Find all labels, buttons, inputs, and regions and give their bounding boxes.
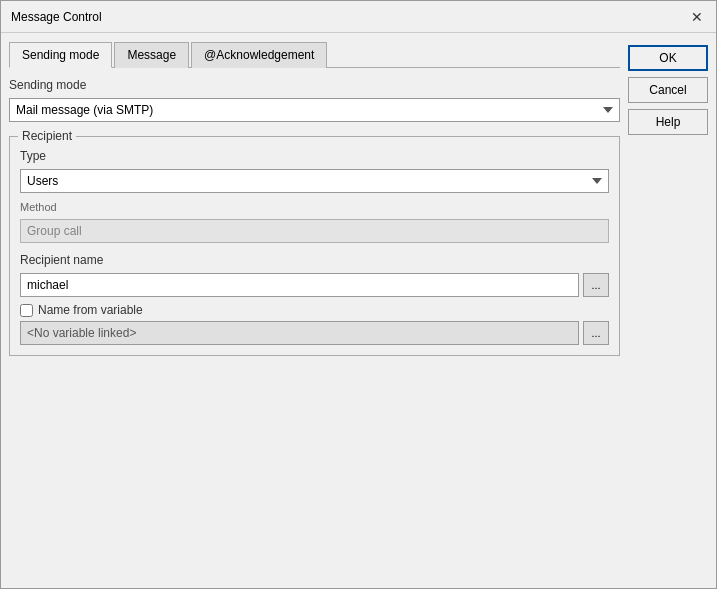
recipient-groupbox: Recipient Type Users Groups All users Me… — [9, 136, 620, 356]
type-group: Type Users Groups All users — [20, 149, 609, 193]
type-dropdown[interactable]: Users Groups All users — [20, 169, 609, 193]
cancel-button[interactable]: Cancel — [628, 77, 708, 103]
tab-message[interactable]: Message — [114, 42, 189, 68]
tab-acknowledgement[interactable]: @Acknowledgement — [191, 42, 327, 68]
close-button[interactable]: ✕ — [688, 8, 706, 26]
main-area: Sending mode Message @Acknowledgement Se… — [9, 41, 620, 580]
sending-mode-dropdown[interactable]: Mail message (via SMTP) SMS Net send — [9, 98, 620, 122]
name-from-variable-checkbox[interactable] — [20, 304, 33, 317]
method-label: Method — [20, 201, 609, 213]
sending-mode-group: Sending mode Mail message (via SMTP) SMS… — [9, 78, 620, 122]
variable-row: ... — [20, 321, 609, 345]
dialog-body: Sending mode Message @Acknowledgement Se… — [1, 33, 716, 588]
method-group: Method Group call Individual — [20, 201, 609, 243]
recipient-name-row: ... — [20, 273, 609, 297]
type-label: Type — [20, 149, 609, 163]
variable-input — [20, 321, 579, 345]
ok-button[interactable]: OK — [628, 45, 708, 71]
recipient-browse-button[interactable]: ... — [583, 273, 609, 297]
tab-bar: Sending mode Message @Acknowledgement — [9, 41, 620, 68]
tab-sending-mode[interactable]: Sending mode — [9, 42, 112, 68]
sidebar-buttons: OK Cancel Help — [628, 41, 708, 580]
recipient-name-input[interactable] — [20, 273, 579, 297]
name-from-variable-label: Name from variable — [38, 303, 143, 317]
recipient-name-label: Recipient name — [20, 253, 609, 267]
name-from-variable-row: Name from variable — [20, 303, 609, 317]
content-area: Sending mode Mail message (via SMTP) SMS… — [9, 78, 620, 580]
title-bar: Message Control ✕ — [1, 1, 716, 33]
method-dropdown: Group call Individual — [20, 219, 609, 243]
help-button[interactable]: Help — [628, 109, 708, 135]
sending-mode-label: Sending mode — [9, 78, 620, 92]
dialog-title: Message Control — [11, 10, 102, 24]
recipient-name-group: Recipient name ... — [20, 253, 609, 297]
recipient-legend: Recipient — [18, 129, 76, 143]
variable-browse-button[interactable]: ... — [583, 321, 609, 345]
dialog: Message Control ✕ Sending mode Message @… — [0, 0, 717, 589]
